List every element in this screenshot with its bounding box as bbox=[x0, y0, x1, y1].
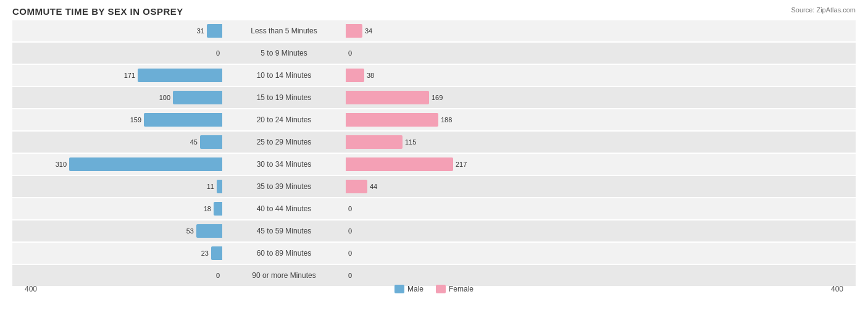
female-value: 115 bbox=[405, 138, 416, 146]
male-bar bbox=[144, 113, 222, 127]
female-section: 34 bbox=[346, 20, 556, 41]
male-section: 171 bbox=[12, 65, 222, 86]
male-section: 18 bbox=[12, 198, 222, 219]
bar-row: 2360 to 89 Minutes0 bbox=[12, 243, 856, 264]
female-value: 0 bbox=[348, 250, 352, 257]
male-bar bbox=[207, 24, 222, 38]
male-value: 310 bbox=[56, 161, 67, 168]
bar-label: 25 to 29 Minutes bbox=[222, 138, 346, 146]
male-bar bbox=[69, 157, 222, 171]
male-bar bbox=[200, 135, 222, 149]
source-text: Source: ZipAtlas.com bbox=[791, 6, 856, 14]
male-bar bbox=[196, 224, 222, 238]
bar-row: 1840 to 44 Minutes0 bbox=[12, 198, 856, 219]
female-bar bbox=[346, 113, 438, 127]
male-value: 31 bbox=[197, 27, 204, 35]
female-value: 38 bbox=[367, 72, 374, 79]
male-value: 53 bbox=[186, 227, 194, 235]
legend-male-label: Male bbox=[407, 285, 424, 293]
male-value: 171 bbox=[124, 72, 135, 79]
female-value: 169 bbox=[432, 94, 443, 101]
female-value: 217 bbox=[456, 161, 467, 168]
male-bar bbox=[211, 246, 222, 260]
bar-label: 90 or more Minutes bbox=[222, 271, 346, 280]
female-section: 0 bbox=[346, 220, 556, 241]
bar-row: 4525 to 29 Minutes115 bbox=[12, 132, 856, 153]
female-section: 0 bbox=[346, 43, 556, 64]
legend-female: Female bbox=[436, 285, 474, 293]
male-section: 100 bbox=[12, 87, 222, 108]
female-value: 44 bbox=[370, 183, 377, 190]
bar-label: 10 to 14 Minutes bbox=[222, 71, 346, 80]
legend-male: Male bbox=[394, 285, 424, 293]
male-section: 11 bbox=[12, 176, 222, 197]
male-value: 23 bbox=[201, 250, 209, 257]
male-bar bbox=[214, 202, 222, 216]
legend-female-label: Female bbox=[449, 285, 474, 293]
male-value: 0 bbox=[216, 272, 220, 279]
bar-label: Less than 5 Minutes bbox=[222, 27, 346, 35]
female-section: 115 bbox=[346, 132, 556, 153]
bar-row: 31Less than 5 Minutes34 bbox=[12, 20, 856, 41]
bottom-area: 400 Male Female 400 bbox=[12, 280, 856, 293]
male-value: 18 bbox=[204, 205, 211, 212]
bar-label: 35 to 39 Minutes bbox=[222, 182, 346, 191]
female-bar bbox=[346, 157, 453, 171]
male-bar bbox=[217, 180, 222, 193]
bar-row: 10015 to 19 Minutes169 bbox=[12, 87, 856, 108]
female-section: 169 bbox=[346, 87, 556, 108]
female-value: 0 bbox=[348, 272, 352, 279]
female-bar bbox=[346, 135, 403, 149]
female-section: 44 bbox=[346, 176, 556, 197]
female-bar bbox=[346, 24, 362, 38]
male-section: 159 bbox=[12, 109, 222, 130]
bar-label: 5 to 9 Minutes bbox=[222, 49, 346, 57]
female-section: 38 bbox=[346, 65, 556, 86]
female-section: 188 bbox=[346, 109, 556, 130]
chart-title: COMMUTE TIME BY SEX IN OSPREY bbox=[12, 6, 856, 17]
female-section: 0 bbox=[346, 243, 556, 264]
bar-label: 20 to 24 Minutes bbox=[222, 115, 346, 124]
female-value: 0 bbox=[348, 205, 352, 212]
female-value: 0 bbox=[348, 227, 352, 235]
female-section: 0 bbox=[346, 198, 556, 219]
bar-row: 15920 to 24 Minutes188 bbox=[12, 109, 856, 130]
bar-label: 15 to 19 Minutes bbox=[222, 93, 346, 102]
bar-row: 17110 to 14 Minutes38 bbox=[12, 65, 856, 86]
male-bar bbox=[138, 69, 222, 82]
male-value: 0 bbox=[216, 49, 220, 57]
female-section: 217 bbox=[346, 154, 556, 175]
male-value: 100 bbox=[159, 94, 170, 101]
chart-container: COMMUTE TIME BY SEX IN OSPREY Source: Zi… bbox=[0, 0, 868, 323]
bar-label: 40 to 44 Minutes bbox=[222, 204, 346, 213]
bar-label: 30 to 34 Minutes bbox=[222, 160, 346, 169]
axis-label-right: 400 bbox=[831, 285, 843, 293]
male-value: 11 bbox=[207, 183, 214, 190]
female-value: 34 bbox=[365, 27, 372, 35]
bar-row: 1135 to 39 Minutes44 bbox=[12, 176, 856, 197]
legend: Male Female bbox=[37, 285, 831, 293]
legend-female-box bbox=[436, 285, 446, 293]
bar-label: 45 to 59 Minutes bbox=[222, 227, 346, 235]
female-bar bbox=[346, 180, 367, 193]
female-bar bbox=[346, 69, 364, 82]
bar-row: 05 to 9 Minutes0 bbox=[12, 43, 856, 64]
male-section: 310 bbox=[12, 154, 222, 175]
male-section: 45 bbox=[12, 132, 222, 153]
bar-row: 31030 to 34 Minutes217 bbox=[12, 154, 856, 175]
male-value: 45 bbox=[190, 138, 198, 146]
male-section: 31 bbox=[12, 20, 222, 41]
legend-male-box bbox=[394, 285, 404, 293]
bar-label: 60 to 89 Minutes bbox=[222, 249, 346, 258]
bars-area: 31Less than 5 Minutes3405 to 9 Minutes01… bbox=[12, 20, 856, 280]
male-value: 159 bbox=[130, 116, 141, 124]
axis-label-left: 400 bbox=[25, 285, 37, 293]
male-section: 53 bbox=[12, 220, 222, 241]
female-value: 0 bbox=[348, 49, 352, 57]
male-section: 0 bbox=[12, 43, 222, 64]
male-bar bbox=[173, 91, 222, 104]
male-section: 23 bbox=[12, 243, 222, 264]
female-bar bbox=[346, 91, 429, 104]
bar-row: 5345 to 59 Minutes0 bbox=[12, 220, 856, 241]
female-value: 188 bbox=[441, 116, 452, 124]
